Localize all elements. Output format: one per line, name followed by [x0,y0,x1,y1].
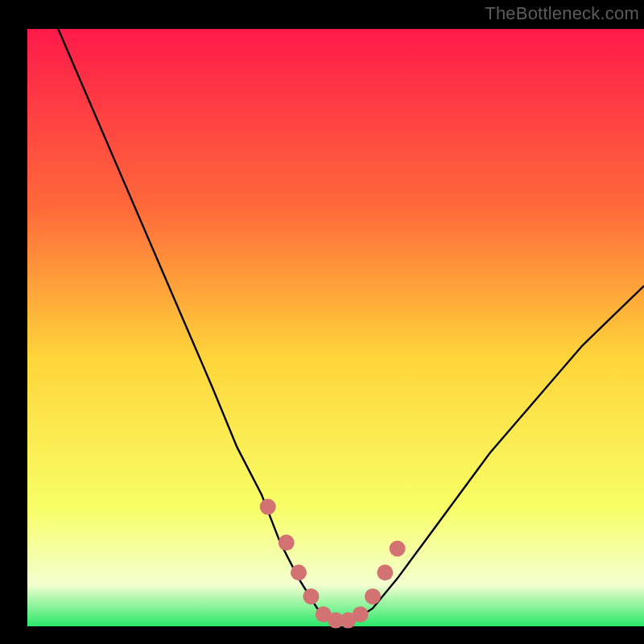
chart-svg [0,0,644,644]
chart-container: TheBottleneck.com [0,0,644,644]
marker-point [377,564,393,580]
gradient-background [27,29,644,626]
attribution-label: TheBottleneck.com [485,3,639,24]
marker-point [303,588,319,605]
marker-point [279,535,295,551]
marker-point [291,564,307,580]
marker-point [353,606,369,622]
marker-point [390,541,406,557]
marker-point [365,588,381,605]
marker-point [260,499,276,515]
